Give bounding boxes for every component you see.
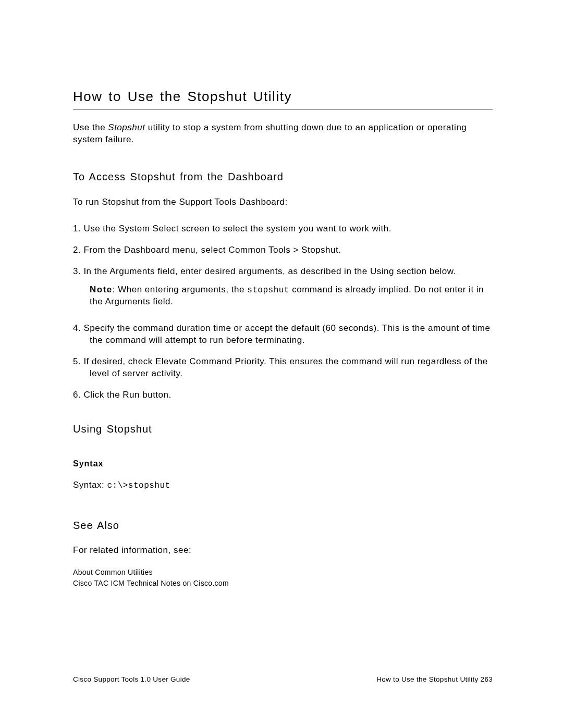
syntax-subheading: Syntax xyxy=(73,459,493,468)
step-3: 3. In the Arguments field, enter desired… xyxy=(73,266,493,278)
intro-italic: Stopshut xyxy=(108,122,145,132)
seealso-text: For related information, see: xyxy=(73,545,493,556)
note-pre: : When entering arguments, the xyxy=(113,285,247,294)
page-footer: Cisco Support Tools 1.0 User Guide How t… xyxy=(0,675,563,683)
intro-pre: Use the xyxy=(73,122,108,132)
footer-left: Cisco Support Tools 1.0 User Guide xyxy=(73,675,190,683)
section-access-text: To run Stopshut from the Support Tools D… xyxy=(73,196,493,208)
section-seealso-heading: See Also xyxy=(73,520,493,532)
related-link-2: Cisco TAC ICM Technical Notes on Cisco.c… xyxy=(73,578,493,589)
step-6: 6. Click the Run button. xyxy=(73,389,493,401)
syntax-line: Syntax: c:\>stopshut xyxy=(73,480,493,490)
step-5: 5. If desired, check Elevate Command Pri… xyxy=(73,356,493,380)
step-2: 2. From the Dashboard menu, select Commo… xyxy=(73,244,493,256)
note-label: Note xyxy=(90,285,113,294)
step-3-note: Note: When entering arguments, the stops… xyxy=(73,284,493,309)
note-mono: stopshut xyxy=(247,286,289,295)
steps-list: 1. Use the System Select screen to selec… xyxy=(73,223,493,401)
footer-right: How to Use the Stopshut Utility 263 xyxy=(376,675,493,683)
section-access-heading: To Access Stopshut from the Dashboard xyxy=(73,171,493,183)
syntax-code: c:\>stopshut xyxy=(107,481,170,490)
section-using-heading: Using Stopshut xyxy=(73,423,493,435)
page-content: How to Use the Stopshut Utility Use the … xyxy=(0,0,563,589)
related-links: About Common Utilities Cisco TAC ICM Tec… xyxy=(73,567,493,589)
page-title: How to Use the Stopshut Utility xyxy=(73,89,493,109)
related-link-1: About Common Utilities xyxy=(73,567,493,578)
intro-paragraph: Use the Stopshut utility to stop a syste… xyxy=(73,122,493,146)
step-1: 1. Use the System Select screen to selec… xyxy=(73,223,493,235)
syntax-label: Syntax: xyxy=(73,480,107,490)
step-4: 4. Specify the command duration time or … xyxy=(73,323,493,347)
